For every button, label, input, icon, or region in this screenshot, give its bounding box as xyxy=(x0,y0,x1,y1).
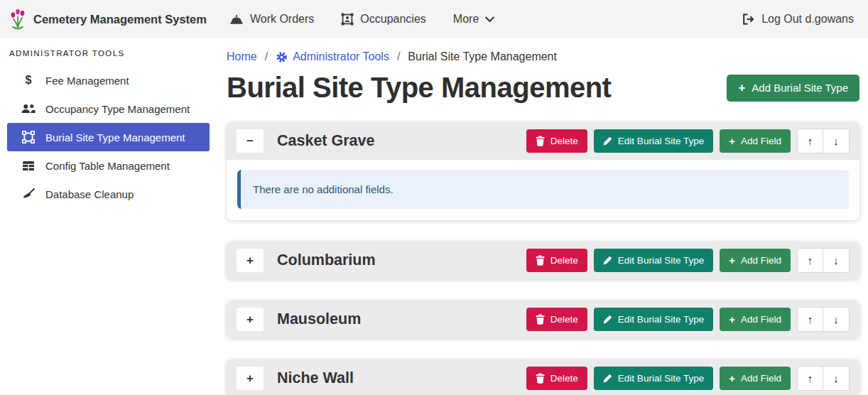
edit-label: Edit Burial Site Type xyxy=(618,255,704,266)
add-field-button[interactable]: + Add Field xyxy=(720,367,791,390)
nav-more-label: More xyxy=(453,13,479,26)
move-up-button[interactable]: ↑ xyxy=(798,249,823,272)
delete-label: Delete xyxy=(550,314,578,325)
nav-more[interactable]: More xyxy=(453,13,494,26)
expand-toggle-button[interactable]: + xyxy=(237,308,264,331)
add-field-label: Add Field xyxy=(741,255,781,266)
breadcrumb-home-link[interactable]: Home xyxy=(227,50,257,63)
sidebar-item-burial-site-type[interactable]: Burial Site Type Management xyxy=(7,123,210,151)
trash-icon xyxy=(536,373,545,384)
occupancy-frame-icon xyxy=(341,13,354,26)
tulip-logo-icon xyxy=(9,9,27,30)
add-field-button[interactable]: + Add Field xyxy=(720,129,791,153)
panel-title: Columbarium xyxy=(277,251,376,269)
panel-actions: Delete Edit Burial Site Type + Add Field… xyxy=(526,248,850,273)
move-down-button[interactable]: ↓ xyxy=(823,367,849,390)
trash-icon xyxy=(536,255,545,266)
sidebar-item-occupancy-type[interactable]: Occupancy Type Management xyxy=(7,94,210,123)
reorder-button-group: ↑ ↓ xyxy=(797,248,850,273)
people-icon xyxy=(21,104,36,114)
sidebar-item-fee-management[interactable]: $ Fee Management xyxy=(7,66,210,94)
panel-casket-grave: − Casket Grave Delete xyxy=(227,122,859,220)
breadcrumb: Home / Administrator Tools / Burial Site… xyxy=(227,50,859,63)
move-up-button[interactable]: ↑ xyxy=(798,308,823,331)
move-down-button[interactable]: ↓ xyxy=(823,129,849,153)
nav-occupancies[interactable]: Occupancies xyxy=(341,13,426,26)
sidebar-item-database-cleanup[interactable]: Database Cleanup xyxy=(7,180,210,208)
nav-work-orders-label: Work Orders xyxy=(250,13,314,26)
panel-actions: Delete Edit Burial Site Type + Add Field… xyxy=(526,366,850,391)
main-content: Home / Administrator Tools / Burial Site… xyxy=(210,38,868,395)
plus-icon: + xyxy=(729,135,735,147)
plus-icon: + xyxy=(729,313,735,325)
edit-burial-site-type-button[interactable]: Edit Burial Site Type xyxy=(594,249,713,272)
edit-burial-site-type-button[interactable]: Edit Burial Site Type xyxy=(594,129,713,153)
sidebar-item-label: Config Table Management xyxy=(45,160,170,172)
reorder-button-group: ↑ ↓ xyxy=(797,129,850,153)
gear-icon xyxy=(276,51,288,63)
reorder-button-group: ↑ ↓ xyxy=(797,366,850,391)
add-field-button[interactable]: + Add Field xyxy=(720,249,791,272)
edit-burial-site-type-button[interactable]: Edit Burial Site Type xyxy=(594,367,713,390)
edit-label: Edit Burial Site Type xyxy=(618,314,704,325)
add-burial-site-type-button[interactable]: + Add Burial Site Type xyxy=(727,75,859,102)
brand-label: Cemetery Management System xyxy=(33,13,207,26)
add-field-button[interactable]: + Add Field xyxy=(720,308,791,331)
add-burial-site-type-label: Add Burial Site Type xyxy=(752,82,848,94)
nav-links: Work Orders Occupancies More xyxy=(229,13,494,26)
dollar-icon: $ xyxy=(21,74,36,87)
panel-header: + Mausoleum Delete xyxy=(227,301,859,338)
brand[interactable]: Cemetery Management System xyxy=(9,9,207,30)
move-up-button[interactable]: ↑ xyxy=(798,367,823,390)
reorder-button-group: ↑ ↓ xyxy=(797,307,850,332)
plus-icon: + xyxy=(738,81,745,95)
panel-title: Niche Wall xyxy=(277,369,354,387)
hard-hat-icon xyxy=(229,14,244,25)
expand-toggle-button[interactable]: + xyxy=(237,367,264,390)
move-down-button[interactable]: ↓ xyxy=(823,308,849,331)
panel-niche-wall: + Niche Wall Delete xyxy=(227,359,859,395)
panel-header: − Casket Grave Delete xyxy=(227,122,859,160)
nav-occupancies-label: Occupancies xyxy=(360,13,426,26)
vector-square-icon xyxy=(21,131,36,144)
sign-out-icon xyxy=(742,13,755,25)
trash-icon xyxy=(536,314,545,325)
panel-header: + Niche Wall Delete xyxy=(227,359,859,395)
expand-toggle-button[interactable]: + xyxy=(237,249,264,272)
breadcrumb-admin-tools-link[interactable]: Administrator Tools xyxy=(276,50,389,63)
table-icon xyxy=(21,161,36,171)
breadcrumb-separator: / xyxy=(397,50,400,63)
panel-title: Casket Grave xyxy=(277,132,374,150)
add-field-label: Add Field xyxy=(741,136,781,146)
sidebar-item-label: Occupancy Type Management xyxy=(45,103,190,115)
delete-button[interactable]: Delete xyxy=(526,367,587,390)
panel-actions: Delete Edit Burial Site Type + Add Field… xyxy=(526,129,850,153)
delete-button[interactable]: Delete xyxy=(526,308,587,331)
panel-title: Mausoleum xyxy=(277,310,361,328)
breadcrumb-separator: / xyxy=(265,50,268,63)
sidebar-item-config-table[interactable]: Config Table Management xyxy=(7,151,210,180)
nav-work-orders[interactable]: Work Orders xyxy=(229,13,314,26)
add-field-label: Add Field xyxy=(741,314,781,325)
delete-button[interactable]: Delete xyxy=(526,249,587,272)
logout-button[interactable]: Log Out d.gowans xyxy=(742,13,854,26)
panel-columbarium: + Columbarium Delete xyxy=(227,242,859,279)
delete-label: Delete xyxy=(550,373,578,384)
delete-label: Delete xyxy=(550,136,578,146)
move-down-button[interactable]: ↓ xyxy=(823,249,849,272)
sidebar-item-label: Fee Management xyxy=(45,75,129,87)
panel-body: There are no additional fields. xyxy=(227,160,859,220)
chevron-down-icon xyxy=(485,16,494,23)
sidebar-heading: ADMINISTRATOR TOOLS xyxy=(0,43,210,66)
panel-actions: Delete Edit Burial Site Type + Add Field… xyxy=(526,307,850,332)
edit-burial-site-type-button[interactable]: Edit Burial Site Type xyxy=(594,308,713,331)
page-title: Burial Site Type Management xyxy=(227,72,611,104)
plus-icon: + xyxy=(729,254,735,266)
sidebar-item-label: Database Cleanup xyxy=(45,188,134,200)
collapse-toggle-button[interactable]: − xyxy=(237,129,264,153)
pencil-icon xyxy=(603,374,612,383)
delete-button[interactable]: Delete xyxy=(526,129,587,153)
trash-icon xyxy=(536,136,545,146)
breadcrumb-current: Burial Site Type Management xyxy=(408,50,557,63)
move-up-button[interactable]: ↑ xyxy=(798,129,823,153)
